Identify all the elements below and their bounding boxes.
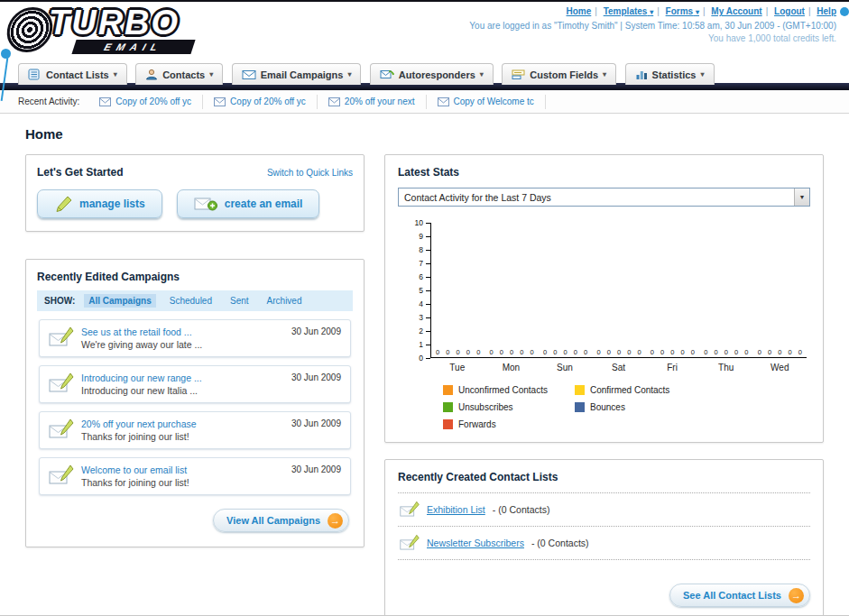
bar-value-labels: 0 0 0 0 0 (651, 348, 695, 357)
campaign-filter-scheduled[interactable]: Scheduled (165, 294, 217, 308)
tab-statistics[interactable]: Statistics▾ (625, 63, 715, 85)
contact-lists-list: Exhibition List - (0 Contacts) Newslette… (398, 492, 810, 560)
tab-custom-fields[interactable]: Custom Fields▾ (502, 63, 616, 85)
envelope-pencil-icon (400, 501, 420, 519)
campaign-title-link[interactable]: 20% off your next purchase (81, 418, 284, 429)
tab-email-campaigns[interactable]: Email Campaigns▾ (232, 63, 362, 85)
x-labels: TueMonSunSatFriThuWed (430, 358, 807, 372)
x-axis-label: Sat (592, 358, 646, 372)
turbo-email-logo: TURBO EMAIL (7, 5, 233, 56)
campaign-list-item[interactable]: Welcome to our email list Thanks for joi… (39, 457, 351, 495)
separator: | (595, 6, 597, 16)
manage-lists-button[interactable]: manage lists (37, 189, 162, 218)
header-link-home[interactable]: Home (567, 6, 592, 16)
page-title: Home (25, 126, 824, 142)
main-navigation: Contact Lists▾ Contacts▾ Email Campaigns… (0, 58, 849, 83)
autoresponder-icon (380, 69, 394, 80)
separator: | (703, 6, 706, 16)
contact-person-icon (145, 69, 158, 80)
header-right: Home| Templates ▾| Forms ▾| My Account| … (469, 6, 836, 43)
bar-group: 0 0 0 0 0 (699, 223, 752, 357)
switch-to-quick-links[interactable]: Switch to Quick Links (267, 168, 353, 178)
bar-chart-icon (635, 69, 648, 80)
campaign-title-link[interactable]: Introducing our new range ... (81, 372, 284, 383)
logo-email-bar: EMAIL (71, 40, 195, 54)
header-link-templates[interactable]: Templates ▾ (604, 6, 654, 16)
header-link-help[interactable]: Help (817, 6, 836, 16)
chart-legend: Unconfirmed ContactsConfirmed ContactsUn… (443, 385, 807, 429)
tab-contacts[interactable]: Contacts▾ (135, 63, 223, 85)
legend-swatch (443, 419, 453, 429)
envelope-icon (242, 69, 256, 80)
contact-list-item[interactable]: Exhibition List - (0 Contacts) (398, 493, 810, 527)
see-all-contact-lists-button[interactable]: See All Contact Lists → (669, 584, 810, 607)
contact-list-icon (28, 69, 42, 80)
separator: | (657, 6, 660, 16)
recent-activity-bar: Recent Activity: Copy of 20% off yc Copy… (0, 90, 849, 114)
show-label: SHOW: (44, 296, 75, 306)
bar-value-labels: 0 0 0 0 0 (704, 348, 748, 357)
bar-value-labels: 0 0 0 0 0 (490, 348, 534, 357)
chevron-down-icon: ▾ (700, 70, 704, 78)
header-link-logout[interactable]: Logout (774, 6, 805, 16)
bar-group: 0 0 0 0 0 (484, 223, 538, 357)
recent-activity-item[interactable]: Copy of 20% off yc (88, 95, 203, 109)
campaign-title-link[interactable]: See us at the retail food ... (81, 326, 284, 337)
view-all-campaigns-button[interactable]: View All Campaigns → (213, 509, 349, 532)
campaign-list-item[interactable]: Introducing our new range ... Introducin… (39, 365, 351, 403)
contact-list-link[interactable]: Newsletter Subscribers (427, 538, 524, 548)
stats-period-select[interactable]: Contact Activity for the Last 7 Days ▼ (398, 188, 810, 207)
campaign-list-item[interactable]: See us at the retail food ... We're givi… (39, 319, 351, 357)
session-info: You are logged in as "Timothy Smith" | S… (469, 21, 836, 31)
envelope-plus-icon (194, 196, 217, 212)
campaign-subtitle: Thanks for joining our list! (81, 431, 284, 442)
legend-item: Unconfirmed Contacts (443, 385, 575, 395)
recent-activity-item[interactable]: Copy of 20% off yc (203, 95, 318, 109)
campaign-date: 30 Jun 2009 (291, 326, 341, 336)
campaigns-panel-title: Recently Edited Campaigns (37, 271, 353, 283)
tab-contact-lists[interactable]: Contact Lists▾ (18, 63, 127, 85)
campaign-filter-all[interactable]: All Campaigns (84, 294, 155, 308)
campaign-filter-sent[interactable]: Sent (226, 294, 254, 308)
chevron-down-icon: ▾ (603, 70, 606, 78)
envelope-icon (328, 97, 340, 106)
top-header: TURBO EMAIL Home| Templates ▾| Forms ▾| … (0, 2, 849, 58)
x-axis-label: Fri (645, 358, 699, 372)
tab-autoresponders[interactable]: Autoresponders▾ (370, 63, 494, 85)
logo-word-email: EMAIL (103, 41, 164, 52)
legend-label: Bounces (590, 402, 625, 412)
chevron-down-icon: ▾ (209, 70, 213, 78)
recently-created-contact-lists-panel: Recently Created Contact Lists Exhibitio… (384, 459, 824, 616)
contact-lists-panel-title: Recently Created Contact Lists (398, 471, 810, 483)
bar-group: 0 0 0 0 0 (753, 223, 807, 357)
legend-swatch (575, 402, 585, 412)
campaign-title-link[interactable]: Welcome to our email list (81, 464, 284, 475)
contact-list-count: - (0 Contacts) (493, 504, 550, 515)
contact-list-link[interactable]: Exhibition List (427, 504, 485, 515)
recent-activity-label: Recent Activity: (18, 97, 79, 106)
y-axis: 109876543210 (407, 223, 430, 358)
chevron-down-icon: ▾ (650, 8, 653, 16)
create-an-email-button[interactable]: create an email (177, 189, 320, 218)
legend-label: Unconfirmed Contacts (458, 385, 548, 395)
campaign-list-item[interactable]: 20% off your next purchase Thanks for jo… (39, 411, 351, 449)
campaign-subtitle: Thanks for joining our list! (81, 477, 284, 488)
bar-value-labels: 0 0 0 0 0 (436, 348, 480, 357)
header-link-forms[interactable]: Forms ▾ (666, 6, 699, 16)
chevron-down-icon: ▾ (480, 70, 484, 78)
recent-activity-item[interactable]: Copy of Welcome tc (427, 95, 546, 109)
contact-list-item[interactable]: Newsletter Subscribers - (0 Contacts) (398, 527, 810, 560)
envelope-pencil-icon (49, 326, 74, 348)
campaign-date: 30 Jun 2009 (291, 464, 341, 474)
latest-stats-panel: Latest Stats Contact Activity for the La… (384, 154, 824, 443)
chevron-down-icon: ▾ (114, 70, 117, 78)
recent-activity-item[interactable]: 20% off your next (318, 95, 427, 109)
contact-list-count: - (0 Contacts) (531, 538, 589, 548)
separator: | (766, 6, 769, 16)
envelope-icon (214, 97, 226, 106)
arrow-right-icon: → (328, 513, 343, 529)
envelope-pencil-icon (49, 464, 74, 486)
campaign-filter-archived[interactable]: Archived (263, 294, 307, 308)
envelope-pencil-icon (49, 418, 74, 440)
header-link-my-account[interactable]: My Account (711, 6, 761, 16)
